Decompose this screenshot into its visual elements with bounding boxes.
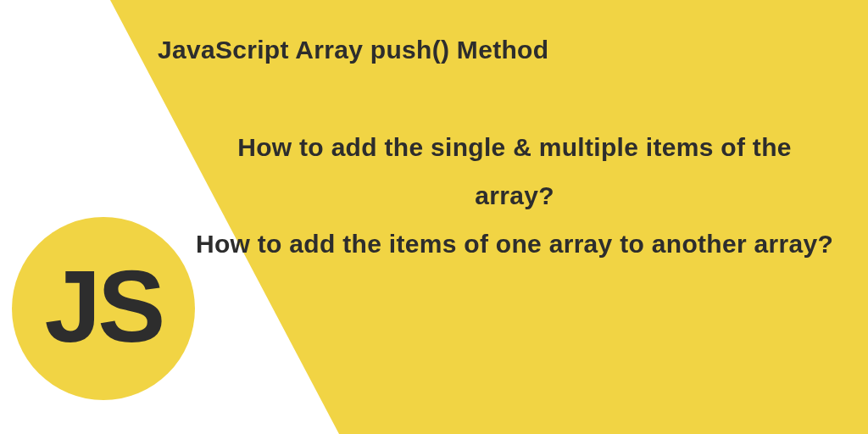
- js-logo-text: JS: [45, 255, 163, 357]
- question-block: How to add the single & multiple items o…: [195, 123, 834, 268]
- page-title: JavaScript Array push() Method: [158, 36, 548, 64]
- question-two: How to add the items of one array to ano…: [195, 220, 834, 268]
- js-logo-badge: JS: [12, 217, 195, 400]
- question-one: How to add the single & multiple items o…: [195, 123, 834, 220]
